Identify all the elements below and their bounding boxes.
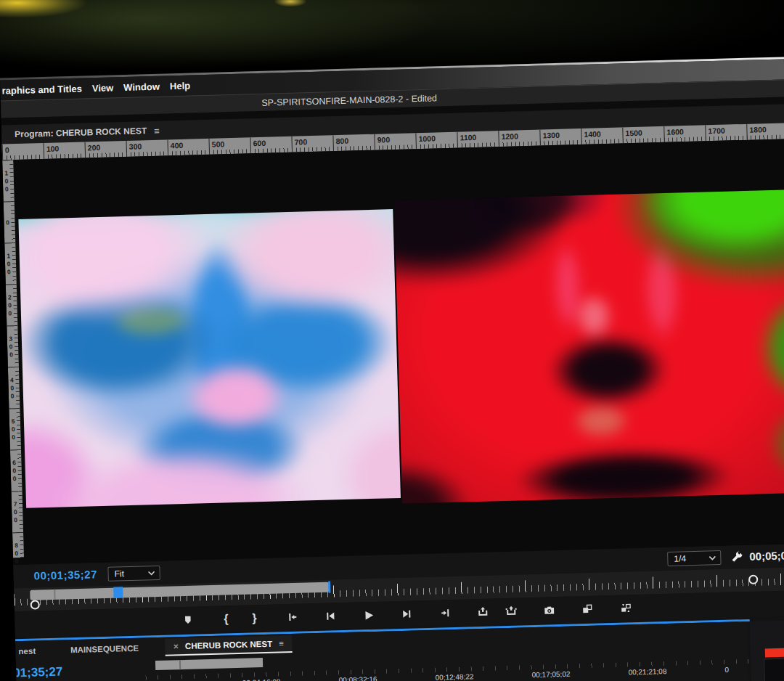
menu-item[interactable]: raphics and Titles — [0, 83, 92, 96]
program-monitor-viewport: 1000100200300400500600700800 — [2, 139, 784, 565]
playhead-timecode[interactable]: 00;01;35;27 — [33, 568, 97, 582]
extract-button[interactable] — [502, 603, 521, 619]
audio-meters-panel — [750, 620, 784, 681]
step-forward-button[interactable] — [397, 605, 417, 622]
video-frame — [18, 189, 784, 515]
scrollbar-handle-left[interactable] — [30, 600, 40, 609]
play-button[interactable] — [359, 607, 379, 624]
add-marker-button[interactable] — [179, 612, 198, 629]
step-back-button[interactable] — [321, 608, 340, 624]
comparison-view-button[interactable] — [578, 601, 597, 618]
go-to-in-button[interactable] — [283, 609, 303, 626]
playhead-marker[interactable] — [113, 587, 123, 598]
playback-resolution-select[interactable]: 1/4 — [667, 550, 722, 566]
audio-meter-clip-indicator — [765, 648, 784, 657]
multi-camera-view-button[interactable] — [616, 600, 635, 616]
timeline-ruler-label: 0 — [724, 663, 749, 680]
tab-cherub-rock-nest[interactable]: × CHERUB ROCK NEST ≡ — [165, 635, 293, 656]
audio-meter-well — [764, 658, 784, 681]
timeline-scrollbar[interactable] — [155, 658, 263, 670]
lift-button[interactable] — [473, 604, 493, 621]
program-monitor-title: Program: CHERUB ROCK NEST — [15, 126, 147, 139]
close-icon[interactable]: × — [173, 641, 179, 651]
mark-in-button[interactable]: { — [216, 611, 236, 627]
video-right-face-inverted — [394, 189, 784, 504]
panel-menu-icon[interactable]: ≡ — [154, 125, 160, 136]
chevron-down-icon — [148, 571, 155, 576]
tab-menu-icon[interactable]: ≡ — [279, 639, 284, 648]
menu-item[interactable]: Help — [170, 80, 201, 91]
sequence-out-timecode: 00;05;00 — [749, 549, 784, 563]
settings-wrench-icon[interactable] — [730, 550, 744, 566]
zoom-level-select[interactable]: Fit — [107, 566, 160, 582]
video-left-face-thermal — [18, 209, 401, 508]
menu-item[interactable]: Window — [123, 81, 170, 93]
timeline-ruler-label: 00;08;32;16 — [339, 674, 436, 681]
timeline-ruler-label: 00;17;05;02 — [531, 668, 628, 681]
go-to-out-button[interactable] — [435, 605, 454, 621]
tab-nest[interactable]: nest — [15, 643, 43, 658]
timeline-playhead-timecode[interactable]: 00;01;35;27 — [16, 665, 63, 681]
chevron-down-icon — [709, 555, 716, 560]
timeline-ruler-label: 00;12;48;22 — [436, 671, 532, 681]
tab-mainsequence[interactable]: MAINSEQUENCE — [63, 640, 146, 657]
export-frame-button[interactable] — [539, 602, 559, 619]
timeline-ruler-label: 00;21;21;08 — [628, 666, 724, 681]
mark-out-button[interactable]: } — [245, 610, 264, 627]
premiere-screen: raphics and TitlesViewWindowHelp SP-SPIR… — [0, 59, 784, 681]
window-title: SP-SPIRITSONFIRE-MAIN-0828-2 - Edited — [261, 93, 437, 108]
menu-item[interactable]: View — [92, 82, 124, 94]
